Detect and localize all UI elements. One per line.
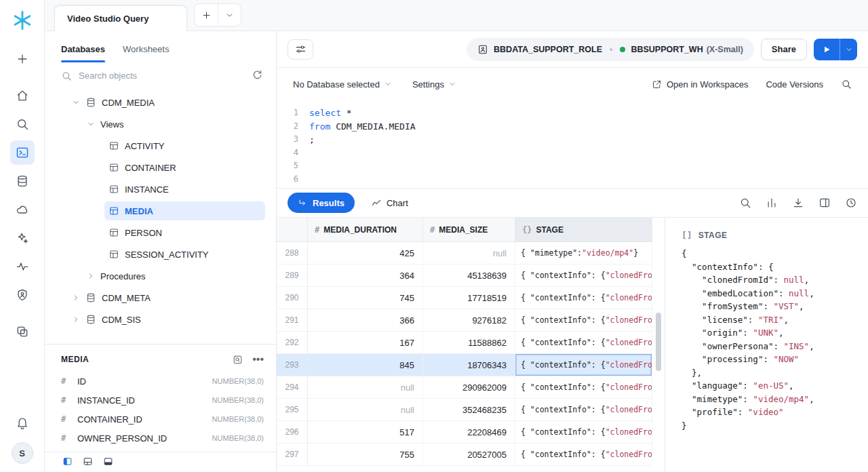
json-viewer[interactable]: { "contextInfo": { "clonedFromId": null,… [682, 247, 868, 432]
toggle-split-panel-button[interactable] [83, 456, 93, 469]
tree-item-instance[interactable]: INSTANCE [45, 178, 276, 200]
nav-copilot[interactable] [10, 226, 35, 250]
cell-media-size[interactable]: 11588862 [423, 332, 515, 354]
database-selector[interactable]: No Database selected [293, 79, 392, 90]
toggle-bottom-panel-button[interactable] [103, 456, 113, 469]
new-worksheet-tab-button[interactable] [195, 4, 218, 26]
code-versions-link[interactable]: Code Versions [766, 79, 823, 90]
search-results-button[interactable] [739, 197, 751, 209]
cell-media-size[interactable]: 17718519 [423, 287, 515, 309]
nav-search[interactable] [10, 112, 35, 136]
cell-media-duration[interactable]: 167 [308, 332, 423, 354]
snowflake-logo-icon[interactable] [12, 9, 33, 31]
scrollbar-thumb[interactable] [656, 313, 661, 371]
result-row-296[interactable]: 29651722208469{ "contextInfo": { "cloned… [277, 421, 665, 444]
cell-media-size[interactable]: 45138639 [423, 264, 515, 287]
search-objects-input[interactable] [79, 71, 245, 81]
column-header-stage[interactable]: {} STAGE [515, 218, 652, 242]
sql-line-5[interactable]: 5 [277, 159, 868, 173]
nav-data[interactable] [10, 169, 35, 193]
tree-item-activity[interactable]: ACTIVITY [45, 135, 276, 157]
result-row-297[interactable]: 29775520527005{ "contextInfo": { "cloned… [277, 444, 665, 466]
cell-stage[interactable]: { "mimetype": "video/mp4"} [515, 242, 652, 264]
cell-media-duration[interactable]: 845 [308, 354, 423, 376]
cell-stage[interactable]: { "contextInfo": { "clonedFro [515, 399, 652, 421]
run-options-button[interactable] [840, 39, 857, 60]
object-more-button[interactable]: ••• [252, 354, 264, 365]
cell-stage[interactable]: { "contextInfo": { "clonedFro [515, 309, 652, 332]
session-context-selector[interactable]: BBDATA_SUPPORT_ROLE • BBSUPPORT_WH (X-Sm… [467, 38, 754, 61]
result-row-289[interactable]: 28936445138639{ "contextInfo": { "cloned… [277, 264, 665, 287]
sql-line-4[interactable]: 4 [277, 146, 868, 160]
settings-menu[interactable]: Settings [412, 79, 456, 90]
tab-worksheets[interactable]: Worksheets [123, 31, 169, 66]
cell-media-duration[interactable]: null [308, 399, 423, 421]
result-row-294[interactable]: 294null290962009{ "contextInfo": { "clon… [277, 376, 665, 399]
result-row-291[interactable]: 2913669276182{ "contextInfo": { "clonedF… [277, 309, 665, 332]
sql-line-2[interactable]: 2from CDM_MEDIA.MEDIA [277, 120, 868, 134]
worksheet-options-button[interactable] [288, 39, 313, 60]
open-in-workspaces-link[interactable]: Open in Workspaces [652, 79, 748, 90]
nav-activity[interactable] [10, 254, 35, 279]
tree-item-procedures[interactable]: Procedures [45, 265, 276, 287]
notifications-button[interactable] [10, 410, 35, 435]
cell-media-duration[interactable]: 745 [308, 287, 423, 309]
sql-editor[interactable]: 1select *2from CDM_MEDIA.MEDIA3;456 [277, 100, 868, 188]
object-column-instance-id[interactable]: #INSTANCE_IDNUMBER(38,0) [45, 391, 276, 410]
nav-admin[interactable] [10, 283, 35, 307]
cell-stage[interactable]: { "contextInfo": { "clonedFro [515, 376, 652, 399]
tree-item-person[interactable]: PERSON [45, 222, 276, 243]
tree-item-media[interactable]: MEDIA [45, 200, 276, 222]
object-column-owner-person-id[interactable]: #OWNER_PERSON_IDNUMBER(38,0) [45, 429, 276, 448]
share-button[interactable]: Share [761, 39, 807, 60]
result-row-293[interactable]: 29384518706343{ "contextInfo": { "cloned… [277, 354, 665, 376]
cell-stage[interactable]: { "contextInfo": { "clonedFro [515, 444, 652, 466]
cell-media-size[interactable]: 20527005 [423, 444, 515, 466]
chevron-right-icon[interactable] [87, 272, 95, 280]
object-column-id[interactable]: #IDNUMBER(38,0) [45, 372, 276, 391]
chevron-down-icon[interactable] [72, 98, 80, 106]
worksheet-tab-active[interactable]: Video Studio Query [54, 5, 187, 31]
tab-databases[interactable]: Databases [61, 31, 105, 66]
cell-stage[interactable]: { "contextInfo": { "clonedFro [515, 287, 652, 309]
column-stats-button[interactable] [766, 197, 778, 209]
cell-media-size[interactable]: 18706343 [423, 354, 515, 376]
result-row-290[interactable]: 29074517718519{ "contextInfo": { "cloned… [277, 287, 665, 309]
nav-marketplace[interactable] [10, 197, 35, 222]
user-avatar[interactable]: S [12, 442, 33, 464]
cell-media-size[interactable]: 22208469 [423, 421, 515, 444]
object-column-container-id[interactable]: #CONTAINER_IDNUMBER(38,0) [45, 410, 276, 429]
editor-search-button[interactable] [841, 79, 852, 90]
results-tab[interactable]: Results [288, 193, 355, 213]
tree-item-cdm-media[interactable]: CDM_MEDIA [45, 92, 276, 113]
run-button[interactable] [814, 39, 840, 60]
nav-worksheets[interactable] [10, 140, 35, 165]
search-columns-button[interactable] [233, 355, 243, 365]
toggle-left-panel-button[interactable] [62, 456, 73, 469]
column-header-media-duration[interactable]: # MEDIA_DURATION [308, 218, 423, 242]
query-history-button[interactable] [845, 197, 857, 209]
tree-item-views[interactable]: Views [45, 113, 276, 135]
cell-media-size[interactable]: null [423, 242, 515, 264]
cell-media-duration[interactable]: 366 [308, 309, 423, 332]
cell-stage[interactable]: { "contextInfo": { "clonedFro [515, 421, 652, 444]
refresh-button[interactable] [252, 69, 262, 82]
nav-home[interactable] [10, 83, 35, 108]
cell-stage[interactable]: { "contextInfo": { "clonedFro [515, 332, 652, 354]
grid-scrollbar[interactable] [654, 242, 663, 469]
tree-item-container[interactable]: CONTAINER [45, 157, 276, 178]
chevron-right-icon[interactable] [72, 315, 80, 323]
nav-apps[interactable] [10, 319, 35, 344]
cell-media-size[interactable]: 290962009 [423, 376, 515, 399]
tab-list-dropdown-button[interactable] [218, 4, 241, 26]
chart-tab[interactable]: Chart [371, 197, 408, 208]
result-row-288[interactable]: 288425null{ "mimetype": "video/mp4"} [277, 242, 665, 264]
sql-line-6[interactable]: 6 [277, 173, 868, 186]
column-header-media-size[interactable]: # MEDIA_SIZE [423, 218, 515, 242]
cell-media-duration[interactable]: 755 [308, 444, 423, 466]
tree-item-cdm-sis[interactable]: CDM_SIS [45, 309, 276, 330]
result-row-295[interactable]: 295null352468235{ "contextInfo": { "clon… [277, 399, 665, 421]
tree-item-cdm-meta[interactable]: CDM_META [45, 287, 276, 309]
cell-media-duration[interactable]: 517 [308, 421, 423, 444]
cell-media-duration[interactable]: null [308, 376, 423, 399]
